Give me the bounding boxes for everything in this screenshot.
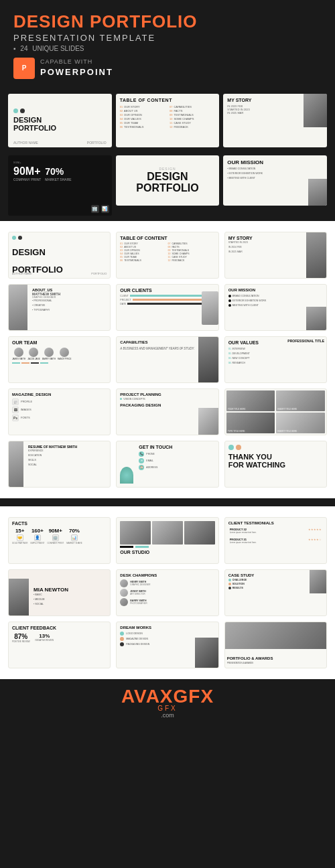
- my-story-image: [304, 94, 327, 127]
- cf-title: CLIENT FEEDBACK: [12, 626, 107, 630]
- hero-slides-row1: DESIGN PORTFOLIO AUTHOR NAME PORTFOLIO T…: [0, 88, 335, 155]
- dw-circle-3: [120, 642, 124, 646]
- clients-title: OUR CLIENTS: [120, 288, 214, 293]
- git-title: GET IN TOUCH: [139, 445, 214, 449]
- val-1: 01. INTERVIEW: [228, 347, 323, 352]
- cs-item-solution: SOLUTION: [228, 583, 323, 585]
- pp-section2: PACKAGING DESIGN: [120, 403, 214, 407]
- footer-left: AUTHOR NAME: [13, 141, 38, 145]
- stats-icons: 🏢 📊: [91, 205, 109, 213]
- stats-slide: 90M+ 90M+ COMPANY PRINT 70% MARKET SHARE…: [8, 155, 112, 216]
- main-slides-section: DESIGN PORTFOLIO AUTHOR NAME PORTFOLIO T…: [0, 221, 335, 498]
- avax-suffix: GFX: [174, 686, 214, 707]
- team-name-1: JAMES SMITH: [12, 358, 25, 360]
- dc-role-2: ART DIRECTOR: [130, 593, 145, 595]
- second-slides-section: Facts 15+ 🤝 GOLD PARTNER 160+ 👤 EMPLOYME…: [0, 506, 335, 679]
- hero-slide-toc: TABLE OF CONTENT 01 OUR STORY 07 CAPABIL…: [116, 94, 220, 147]
- header-title: DESIGN PORTFOLIO: [13, 12, 322, 31]
- fact-label-emp: EMPLOYMENT: [30, 542, 44, 545]
- dc-row-1: HENRY SMITH GRAPHIC DESIGNER: [120, 579, 214, 587]
- ct-item-1: PRODUCT 22 ★★★★★ Lorem ipsum review text…: [228, 526, 323, 535]
- about-item-1: • PROFESSIONAL: [32, 299, 107, 303]
- fact-label-print: COMPANY PRINT: [47, 542, 64, 545]
- cf-percents: 87% POSITIVE REVIEW 13% NEGATIVE REVIEW: [12, 633, 107, 643]
- cf-pct-positive: 87% POSITIVE REVIEW: [12, 633, 30, 643]
- clients-image: [202, 291, 218, 325]
- s1-footer: AUTHOR NAME PORTFOLIO: [12, 272, 107, 275]
- email-icon: ✉: [139, 458, 144, 463]
- slide-client-testimonials: CLIENT TESTIMONIALS PRODUCT 22 ★★★★★ Lor…: [224, 517, 327, 564]
- cs-label-challenge: CHALLENGE: [232, 579, 247, 581]
- cf-num-positive: 87%: [12, 633, 30, 640]
- portfolio-label-1: YOUR TITLE HERE: [228, 408, 246, 411]
- dc-avatar-3: [120, 598, 128, 606]
- s1-dots: [12, 236, 107, 240]
- ct-text-2: Lorem ipsum review text here.: [230, 541, 322, 544]
- big-portfolio-slide: DESIGN DESIGN PORTFOLIO: [116, 155, 220, 206]
- studio-bar-1: [120, 546, 133, 548]
- fact-num-160: 160+: [30, 528, 44, 534]
- about-us-list: • PROFESSIONAL • CREATIVE • TYPOGRAPHY: [32, 299, 107, 313]
- toc-item-8: 08 FACTS: [170, 109, 215, 113]
- studio-color-bars: [120, 546, 214, 548]
- toc-item-5: 05 OUR TEAM: [120, 121, 165, 125]
- toc-item-10: 10 SOME CHAMPS: [170, 117, 215, 121]
- s1-footer-right: PORTFOLIO: [91, 272, 107, 275]
- slide-portfolio-awards: PORTFOLIO & AWARDS PRESENTATION & AWARDS: [224, 622, 327, 668]
- toc-s2-5: 05 OUR TEAM: [120, 256, 167, 259]
- dream-works-image: [195, 638, 218, 668]
- capabilities-image: [198, 337, 218, 382]
- toc-title: TABLE OF CONTENT: [120, 98, 216, 102]
- s1-footer-left: AUTHOR NAME: [12, 272, 32, 275]
- ppt-abbr: P: [22, 64, 27, 72]
- mag-icon-images: 🖼: [12, 407, 19, 413]
- dc-avatar-1: [120, 579, 128, 587]
- slide-our-studio: OUR STUDIO: [116, 517, 218, 564]
- magazine-title: magazine_design: [12, 392, 107, 396]
- ppt-text: CAPABLE WITH POWERPOINT: [40, 58, 113, 78]
- section-separator: [0, 498, 335, 506]
- ct-item-2: PRODUCT 21 ★★★★☆ Lorem ipsum review text…: [228, 536, 323, 545]
- hero-title-line2: PORTFOLIO: [13, 124, 107, 132]
- toc-item-4: 04 OUR VALUES: [120, 117, 165, 121]
- stats-label1: 90M+: [13, 161, 107, 164]
- portfolio-label-3: TYPE TITLE HERE: [228, 430, 245, 433]
- social-label: SOCIAL: [28, 463, 107, 467]
- ct-product-1: PRODUCT 22: [230, 528, 247, 531]
- git-item-phone: 📞 PHONE: [139, 451, 214, 457]
- stat-70pct: 70%: [45, 166, 64, 177]
- planning-image: [198, 408, 218, 435]
- dc-title: DESK CHAMPIONS: [120, 573, 214, 577]
- mi-dot-2: [228, 299, 231, 302]
- team-avatar-3: [44, 348, 54, 357]
- dw-title: DREAM WORKS: [120, 626, 214, 630]
- slide-dream-works: DREAM WORKS LOGO DESIGN MAGAZINE DESIGN …: [116, 622, 218, 668]
- toc-grid: 01 OUR STORY 07 CAPABILITIES 02 ABOUT US…: [120, 242, 214, 262]
- portfolio-label-4: INSERT TITLE HERE: [277, 430, 297, 433]
- git-item-email: ✉ EMAIL: [139, 458, 214, 463]
- fact-num-90m: 90M+: [47, 528, 64, 534]
- edu-label: EDUCATION: [28, 453, 107, 458]
- slide-about-us: about_us MATTHEW SMITH GRAPHIC DESIGNER …: [8, 284, 111, 331]
- team-avatar-2: [29, 348, 38, 357]
- thank-you-line1: THANK YOU: [228, 453, 323, 461]
- slide-design-portfolio: DESIGN PORTFOLIO AUTHOR NAME PORTFOLIO: [8, 232, 111, 279]
- toc-item-12: 12 FEEDBACK: [170, 125, 215, 129]
- mission-image: [308, 179, 327, 206]
- team-name-4: RANDY PRICE: [58, 358, 71, 360]
- about-item-3: • TYPOGRAPHY: [32, 308, 107, 313]
- header-subtitle: PRESENTATION TEMPLATE: [13, 33, 322, 43]
- fact-icon-gold: 🤝: [17, 534, 23, 541]
- mag-item-profile: 📰 PROFILE: [12, 399, 107, 405]
- mia-image: [9, 579, 29, 616]
- ct-product-2: PRODUCT 21: [230, 538, 247, 541]
- mag-item-fonts: Ps FONTS: [12, 415, 107, 421]
- mia-item-medium: • MEDIUM: [34, 597, 107, 602]
- resume-content: EXPERIENCE EDUCATION SKILLS SOCIAL: [28, 449, 107, 467]
- powerpoint-badge: P CAPABLE WITH POWERPOINT: [13, 58, 322, 79]
- cf-label-positive: POSITIVE REVIEW: [12, 640, 30, 643]
- mia-item-social: • SOCIAL: [34, 602, 107, 607]
- fact-num-70pct: 70%: [66, 528, 82, 534]
- slide-project-planning: PROJECT PLANNING VISION CONCEPTS PACKAGI…: [116, 388, 218, 435]
- header: DESIGN PORTFOLIO PRESENTATION TEMPLATE ▪…: [0, 0, 335, 88]
